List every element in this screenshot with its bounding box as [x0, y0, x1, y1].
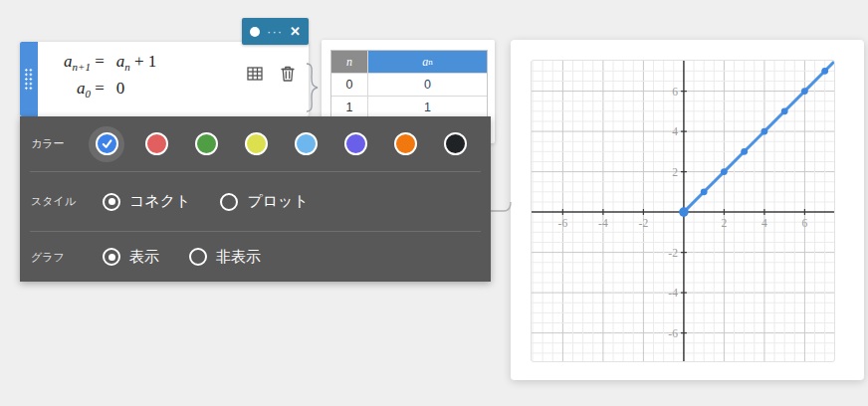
table-row: 11 [331, 96, 487, 118]
option-label: プロット [247, 192, 308, 211]
table-header-an: an [367, 51, 487, 73]
svg-text:2: 2 [672, 166, 678, 178]
graph-svg: -6-4-2246-6-4-2246 [532, 61, 834, 361]
color-swatch-black[interactable] [437, 126, 473, 162]
svg-text:-2: -2 [668, 247, 678, 259]
svg-text:-4: -4 [668, 287, 678, 299]
formula-line2-rhs: 0 [116, 78, 157, 102]
table-row: 00 [331, 73, 487, 96]
graph-row-label: グラフ [31, 250, 89, 265]
formula-line1-lhs: an+1 = [64, 51, 105, 75]
svg-text:-2: -2 [639, 217, 649, 229]
svg-text:4: 4 [672, 125, 678, 137]
style-option-0[interactable]: コネクト [103, 192, 190, 211]
table-cell[interactable]: 0 [331, 74, 367, 96]
color-swatch-yellow[interactable] [238, 126, 274, 162]
svg-text:6: 6 [672, 86, 678, 98]
svg-text:2: 2 [722, 217, 728, 229]
color-swatch-blue[interactable] [89, 126, 124, 162]
table-header-n: n [331, 51, 367, 73]
style-option-1[interactable]: プロット [220, 192, 308, 211]
style-row-label: スタイル [31, 194, 89, 209]
table-cell[interactable]: 0 [367, 74, 487, 96]
color-swatch-purple[interactable] [337, 126, 373, 162]
radio-icon [220, 193, 238, 211]
svg-text:6: 6 [802, 217, 808, 229]
svg-text:-6: -6 [668, 327, 678, 339]
table-cell[interactable]: 1 [367, 97, 487, 118]
drag-dots-icon [24, 68, 34, 92]
radio-icon [103, 248, 120, 266]
color-swatches [89, 126, 473, 162]
color-swatch-light-blue[interactable] [288, 126, 324, 162]
graph-options: 表示非表示 [103, 248, 261, 267]
bullet-icon[interactable] [250, 27, 260, 37]
color-swatch-orange[interactable] [387, 126, 423, 162]
radio-icon [189, 248, 207, 266]
app-canvas: -6-4-2246-6-4-2246 nan001122 an+1 = an +… [0, 0, 868, 406]
table-icon[interactable] [246, 65, 264, 83]
settings-panel: カラー スタイル コネクトプロット グラフ 表示非表示 [20, 116, 491, 282]
expression-card: an+1 = an + 1 a0 = 0 [20, 42, 309, 116]
formula-line1-rhs: an + 1 [116, 51, 157, 75]
graph-plot-area[interactable]: -6-4-2246-6-4-2246 [531, 60, 835, 362]
trash-icon[interactable] [280, 65, 296, 83]
color-swatch-red[interactable] [138, 126, 174, 162]
option-label: 非表示 [216, 248, 261, 267]
drag-handle[interactable] [20, 42, 38, 116]
color-swatch-green[interactable] [188, 126, 224, 162]
graph-option-1[interactable]: 非表示 [189, 248, 261, 267]
style-options: コネクトプロット [103, 192, 309, 211]
more-options-button[interactable]: ··· [267, 27, 283, 37]
color-row-label: カラー [31, 136, 89, 151]
check-icon [101, 137, 113, 150]
option-label: コネクト [129, 192, 190, 211]
graph-option-0[interactable]: 表示 [103, 248, 159, 267]
formula-line2-lhs: a0 = [64, 78, 105, 102]
radio-icon [103, 193, 120, 211]
svg-text:4: 4 [761, 217, 767, 229]
svg-text:-4: -4 [598, 217, 608, 229]
close-button[interactable]: ✕ [290, 24, 301, 39]
graph-card: -6-4-2246-6-4-2246 [511, 40, 864, 380]
option-label: 表示 [129, 248, 159, 267]
table-cell[interactable]: 1 [331, 97, 367, 118]
svg-text:-6: -6 [558, 217, 568, 229]
recurrence-formula[interactable]: an+1 = an + 1 a0 = 0 [64, 51, 156, 102]
expression-toolbar: ··· ✕ [242, 18, 309, 45]
